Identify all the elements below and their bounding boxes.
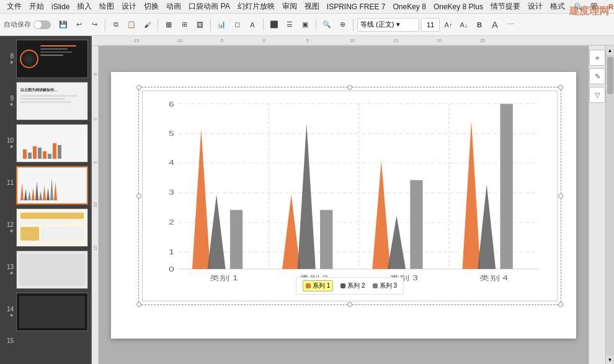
slide-num-9: 9 [2, 95, 14, 102]
handle-ml[interactable] [136, 193, 141, 198]
menu-draw[interactable]: 绘图 [96, 0, 117, 13]
font-dropdown-icon[interactable]: ▾ [396, 20, 400, 29]
slide-thumb-11[interactable]: 11 [2, 166, 88, 205]
image-button[interactable]: 🖼 [193, 18, 207, 32]
paste-button[interactable]: 📋 [125, 18, 138, 32]
menu-animation[interactable]: 动画 [163, 0, 184, 13]
menu-file[interactable]: 文件 [4, 0, 25, 13]
textbox-button[interactable]: A [246, 18, 259, 32]
watermark-menu: Rit [608, 3, 614, 11]
menu-design2[interactable]: 设计 [525, 0, 546, 13]
copy-button[interactable]: ⧉ [109, 18, 123, 32]
slide-preview-12[interactable] [16, 208, 88, 247]
slide-thumb-8[interactable]: 8 ★ [2, 40, 88, 78]
menu-storyboard[interactable]: 情节提要 [487, 0, 523, 13]
slide-thumb-9[interactable]: 9 ★ 以云图为例讲解如何... [2, 82, 88, 120]
slide-thumb-13[interactable]: 13 ★ [2, 251, 88, 289]
align-left-button[interactable]: ⬛ [267, 18, 281, 32]
slide-preview-10[interactable] [16, 124, 88, 162]
ruler-v-container: -5 0 5 10 15 [92, 46, 614, 364]
legend-dot-series2 [340, 283, 345, 288]
menu-transition[interactable]: 切换 [141, 0, 162, 13]
menu-design[interactable]: 设计 [118, 0, 140, 13]
menu-pa[interactable]: 口袋动画 PA [185, 0, 233, 13]
slide-preview-13[interactable] [16, 251, 88, 289]
slide-preview-11[interactable] [16, 166, 88, 205]
slide-preview-8[interactable] [16, 40, 88, 78]
scroll-thumb[interactable] [607, 57, 613, 94]
slide-num-11: 11 [2, 179, 14, 186]
find-button[interactable]: 🔍 [320, 18, 334, 32]
filter-button[interactable]: ▽ [589, 87, 605, 103]
menu-view[interactable]: 视图 [301, 0, 323, 13]
redo-button[interactable]: ↪ [87, 18, 101, 32]
menu-onekey8[interactable]: OneKey 8 [390, 1, 429, 12]
menu-ispring[interactable]: ISPRING FREE 7 [324, 1, 389, 12]
font-size-down[interactable]: A↓ [457, 18, 471, 32]
menu-insert[interactable]: 插入 [74, 0, 95, 13]
menu-search-icon[interactable]: 🔍 [571, 1, 586, 12]
handle-tr[interactable] [558, 85, 563, 90]
color-button[interactable]: A [488, 18, 502, 32]
slide-star-12: ★ [9, 228, 14, 234]
handle-bm[interactable] [347, 302, 352, 307]
font-size-up[interactable]: A↑ [442, 18, 455, 32]
undo-button[interactable]: ↩ [72, 18, 86, 32]
svg-text:0: 0 [169, 265, 174, 273]
slide-preview-9[interactable]: 以云图为例讲解如何... [16, 82, 88, 120]
slide-star-8: ★ [9, 60, 14, 65]
menu-onekey8plus[interactable]: OneKey 8 Plus [430, 1, 486, 12]
align-right-button[interactable]: ▣ [298, 18, 312, 32]
slide-thumb-10[interactable]: 10 ★ [2, 124, 88, 162]
slide-star-10: ★ [9, 144, 14, 149]
svg-text:-5: -5 [220, 38, 223, 43]
format-paint-button[interactable]: 🖌 [140, 18, 154, 32]
shape-button[interactable]: ◻ [230, 18, 244, 32]
svg-text:5: 5 [306, 38, 309, 43]
menu-format[interactable]: 格式 [547, 0, 568, 13]
table-button[interactable]: ⊞ [177, 18, 191, 32]
save-button[interactable]: 💾 [56, 18, 70, 32]
zoom-button[interactable]: ⊕ [336, 18, 349, 32]
legend-dot-series1 [306, 283, 311, 288]
menu-more[interactable]: 管... [587, 0, 607, 13]
bold-button[interactable]: B [473, 18, 486, 32]
font-selector[interactable]: 等线 (正文) ▾ [357, 18, 419, 32]
vertical-scrollbar[interactable]: ▲ ▼ [605, 46, 614, 364]
handle-br[interactable] [558, 302, 563, 307]
chart-button[interactable]: 📊 [215, 18, 228, 32]
slide-preview-14[interactable] [16, 293, 88, 331]
handle-bl[interactable] [136, 302, 141, 307]
ruler-vertical: -5 0 5 10 15 [92, 46, 99, 364]
align-center-button[interactable]: ☰ [283, 18, 296, 32]
slide-star-14: ★ [9, 313, 14, 318]
svg-text:15: 15 [93, 246, 97, 251]
slide-panel: 8 ★ 9 ★ 以云图为例讲解如何... [0, 36, 92, 364]
handle-tl[interactable] [136, 85, 141, 90]
scroll-up-arrow[interactable]: ▲ [606, 46, 615, 55]
slide-canvas: 0 1 2 3 4 5 6 类别 1 类别 2 类别 3 类别 4 [99, 46, 589, 364]
slide-thumb-14[interactable]: 14 ★ [2, 293, 88, 331]
autosave-toggle[interactable] [33, 20, 51, 29]
handle-tm[interactable] [347, 85, 352, 90]
add-element-button[interactable]: + [589, 50, 605, 66]
menu-review[interactable]: 审阅 [279, 0, 300, 13]
legend-series2[interactable]: 系列 2 [340, 282, 365, 290]
svg-text:0: 0 [263, 38, 265, 43]
slide-num-8: 8 [2, 53, 14, 60]
menu-islide[interactable]: iSlide [48, 1, 73, 12]
handle-mr[interactable] [558, 193, 563, 198]
menu-start[interactable]: 开始 [26, 0, 47, 13]
scroll-down-arrow[interactable]: ▼ [606, 355, 615, 364]
canvas-area: -15 -10 -5 0 5 10 15 20 25 [92, 36, 614, 364]
legend-series1[interactable]: 系列 1 [303, 280, 333, 291]
layout-button[interactable]: ▦ [162, 18, 176, 32]
svg-text:10: 10 [93, 202, 97, 207]
svg-text:2: 2 [169, 218, 174, 226]
slide-thumb-12[interactable]: 12 ★ [2, 208, 88, 247]
legend-series3[interactable]: 系列 3 [373, 282, 397, 290]
font-size-box[interactable]: 11 [421, 18, 440, 32]
menu-slideshow[interactable]: 幻灯片放映 [234, 0, 278, 13]
more-tb[interactable]: ⋯ [504, 18, 517, 32]
edit-button[interactable]: ✎ [589, 68, 605, 84]
